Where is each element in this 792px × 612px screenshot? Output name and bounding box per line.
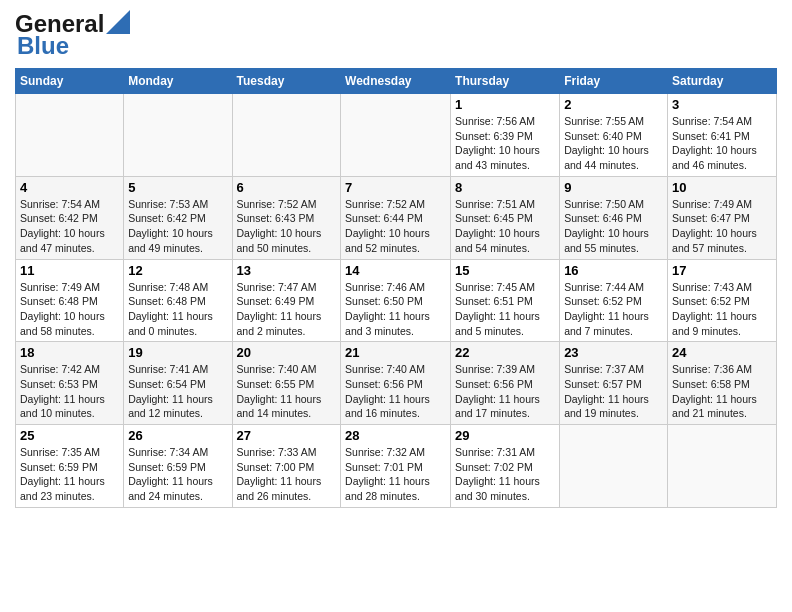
weekday-header-monday: Monday bbox=[124, 69, 232, 94]
day-info: Sunrise: 7:32 AMSunset: 7:01 PMDaylight:… bbox=[345, 445, 446, 504]
day-number: 12 bbox=[128, 263, 227, 278]
day-number: 26 bbox=[128, 428, 227, 443]
weekday-header-saturday: Saturday bbox=[668, 69, 777, 94]
day-info: Sunrise: 7:53 AMSunset: 6:42 PMDaylight:… bbox=[128, 197, 227, 256]
calendar-cell: 28Sunrise: 7:32 AMSunset: 7:01 PMDayligh… bbox=[341, 425, 451, 508]
calendar-cell: 10Sunrise: 7:49 AMSunset: 6:47 PMDayligh… bbox=[668, 176, 777, 259]
day-info: Sunrise: 7:49 AMSunset: 6:47 PMDaylight:… bbox=[672, 197, 772, 256]
day-number: 25 bbox=[20, 428, 119, 443]
calendar-cell: 27Sunrise: 7:33 AMSunset: 7:00 PMDayligh… bbox=[232, 425, 341, 508]
day-info: Sunrise: 7:40 AMSunset: 6:56 PMDaylight:… bbox=[345, 362, 446, 421]
calendar-cell: 18Sunrise: 7:42 AMSunset: 6:53 PMDayligh… bbox=[16, 342, 124, 425]
day-number: 21 bbox=[345, 345, 446, 360]
calendar-cell: 22Sunrise: 7:39 AMSunset: 6:56 PMDayligh… bbox=[451, 342, 560, 425]
calendar-week-5: 25Sunrise: 7:35 AMSunset: 6:59 PMDayligh… bbox=[16, 425, 777, 508]
day-number: 20 bbox=[237, 345, 337, 360]
calendar-cell: 17Sunrise: 7:43 AMSunset: 6:52 PMDayligh… bbox=[668, 259, 777, 342]
weekday-header-sunday: Sunday bbox=[16, 69, 124, 94]
day-number: 23 bbox=[564, 345, 663, 360]
day-number: 19 bbox=[128, 345, 227, 360]
calendar-week-2: 4Sunrise: 7:54 AMSunset: 6:42 PMDaylight… bbox=[16, 176, 777, 259]
calendar-cell bbox=[560, 425, 668, 508]
weekday-header-thursday: Thursday bbox=[451, 69, 560, 94]
calendar-cell: 1Sunrise: 7:56 AMSunset: 6:39 PMDaylight… bbox=[451, 94, 560, 177]
day-number: 14 bbox=[345, 263, 446, 278]
page-container: General Blue SundayMondayTuesdayWednesda… bbox=[0, 0, 792, 518]
calendar-cell: 3Sunrise: 7:54 AMSunset: 6:41 PMDaylight… bbox=[668, 94, 777, 177]
day-info: Sunrise: 7:54 AMSunset: 6:42 PMDaylight:… bbox=[20, 197, 119, 256]
calendar-cell: 25Sunrise: 7:35 AMSunset: 6:59 PMDayligh… bbox=[16, 425, 124, 508]
day-number: 18 bbox=[20, 345, 119, 360]
calendar-cell: 2Sunrise: 7:55 AMSunset: 6:40 PMDaylight… bbox=[560, 94, 668, 177]
calendar-cell: 7Sunrise: 7:52 AMSunset: 6:44 PMDaylight… bbox=[341, 176, 451, 259]
calendar-cell: 29Sunrise: 7:31 AMSunset: 7:02 PMDayligh… bbox=[451, 425, 560, 508]
day-info: Sunrise: 7:51 AMSunset: 6:45 PMDaylight:… bbox=[455, 197, 555, 256]
day-number: 8 bbox=[455, 180, 555, 195]
day-info: Sunrise: 7:49 AMSunset: 6:48 PMDaylight:… bbox=[20, 280, 119, 339]
day-number: 7 bbox=[345, 180, 446, 195]
day-info: Sunrise: 7:52 AMSunset: 6:44 PMDaylight:… bbox=[345, 197, 446, 256]
calendar-cell: 16Sunrise: 7:44 AMSunset: 6:52 PMDayligh… bbox=[560, 259, 668, 342]
calendar-week-1: 1Sunrise: 7:56 AMSunset: 6:39 PMDaylight… bbox=[16, 94, 777, 177]
logo-icon bbox=[106, 10, 130, 34]
weekday-header-friday: Friday bbox=[560, 69, 668, 94]
day-info: Sunrise: 7:31 AMSunset: 7:02 PMDaylight:… bbox=[455, 445, 555, 504]
day-number: 9 bbox=[564, 180, 663, 195]
calendar-cell: 4Sunrise: 7:54 AMSunset: 6:42 PMDaylight… bbox=[16, 176, 124, 259]
day-info: Sunrise: 7:50 AMSunset: 6:46 PMDaylight:… bbox=[564, 197, 663, 256]
calendar-week-3: 11Sunrise: 7:49 AMSunset: 6:48 PMDayligh… bbox=[16, 259, 777, 342]
calendar-cell: 21Sunrise: 7:40 AMSunset: 6:56 PMDayligh… bbox=[341, 342, 451, 425]
day-info: Sunrise: 7:36 AMSunset: 6:58 PMDaylight:… bbox=[672, 362, 772, 421]
day-info: Sunrise: 7:34 AMSunset: 6:59 PMDaylight:… bbox=[128, 445, 227, 504]
calendar-cell bbox=[124, 94, 232, 177]
day-number: 4 bbox=[20, 180, 119, 195]
day-info: Sunrise: 7:56 AMSunset: 6:39 PMDaylight:… bbox=[455, 114, 555, 173]
day-number: 28 bbox=[345, 428, 446, 443]
day-info: Sunrise: 7:44 AMSunset: 6:52 PMDaylight:… bbox=[564, 280, 663, 339]
calendar-cell: 8Sunrise: 7:51 AMSunset: 6:45 PMDaylight… bbox=[451, 176, 560, 259]
calendar-cell: 24Sunrise: 7:36 AMSunset: 6:58 PMDayligh… bbox=[668, 342, 777, 425]
weekday-header-tuesday: Tuesday bbox=[232, 69, 341, 94]
day-info: Sunrise: 7:43 AMSunset: 6:52 PMDaylight:… bbox=[672, 280, 772, 339]
day-info: Sunrise: 7:47 AMSunset: 6:49 PMDaylight:… bbox=[237, 280, 337, 339]
calendar-cell bbox=[668, 425, 777, 508]
calendar-cell: 11Sunrise: 7:49 AMSunset: 6:48 PMDayligh… bbox=[16, 259, 124, 342]
page-header: General Blue bbox=[15, 10, 777, 60]
day-info: Sunrise: 7:48 AMSunset: 6:48 PMDaylight:… bbox=[128, 280, 227, 339]
calendar-cell: 23Sunrise: 7:37 AMSunset: 6:57 PMDayligh… bbox=[560, 342, 668, 425]
calendar-cell: 19Sunrise: 7:41 AMSunset: 6:54 PMDayligh… bbox=[124, 342, 232, 425]
calendar-cell: 20Sunrise: 7:40 AMSunset: 6:55 PMDayligh… bbox=[232, 342, 341, 425]
day-number: 22 bbox=[455, 345, 555, 360]
calendar-cell: 9Sunrise: 7:50 AMSunset: 6:46 PMDaylight… bbox=[560, 176, 668, 259]
calendar-cell: 13Sunrise: 7:47 AMSunset: 6:49 PMDayligh… bbox=[232, 259, 341, 342]
day-number: 11 bbox=[20, 263, 119, 278]
day-info: Sunrise: 7:45 AMSunset: 6:51 PMDaylight:… bbox=[455, 280, 555, 339]
day-number: 17 bbox=[672, 263, 772, 278]
calendar-header-row: SundayMondayTuesdayWednesdayThursdayFrid… bbox=[16, 69, 777, 94]
logo: General Blue bbox=[15, 10, 130, 60]
logo-general: General bbox=[15, 10, 104, 38]
calendar-cell: 15Sunrise: 7:45 AMSunset: 6:51 PMDayligh… bbox=[451, 259, 560, 342]
day-number: 6 bbox=[237, 180, 337, 195]
day-info: Sunrise: 7:35 AMSunset: 6:59 PMDaylight:… bbox=[20, 445, 119, 504]
day-info: Sunrise: 7:54 AMSunset: 6:41 PMDaylight:… bbox=[672, 114, 772, 173]
day-info: Sunrise: 7:41 AMSunset: 6:54 PMDaylight:… bbox=[128, 362, 227, 421]
calendar-cell: 14Sunrise: 7:46 AMSunset: 6:50 PMDayligh… bbox=[341, 259, 451, 342]
day-info: Sunrise: 7:55 AMSunset: 6:40 PMDaylight:… bbox=[564, 114, 663, 173]
calendar-cell bbox=[16, 94, 124, 177]
day-number: 15 bbox=[455, 263, 555, 278]
calendar-cell bbox=[341, 94, 451, 177]
day-number: 3 bbox=[672, 97, 772, 112]
calendar-week-4: 18Sunrise: 7:42 AMSunset: 6:53 PMDayligh… bbox=[16, 342, 777, 425]
day-info: Sunrise: 7:33 AMSunset: 7:00 PMDaylight:… bbox=[237, 445, 337, 504]
calendar-cell: 26Sunrise: 7:34 AMSunset: 6:59 PMDayligh… bbox=[124, 425, 232, 508]
day-info: Sunrise: 7:40 AMSunset: 6:55 PMDaylight:… bbox=[237, 362, 337, 421]
day-info: Sunrise: 7:52 AMSunset: 6:43 PMDaylight:… bbox=[237, 197, 337, 256]
day-number: 16 bbox=[564, 263, 663, 278]
day-number: 2 bbox=[564, 97, 663, 112]
day-number: 10 bbox=[672, 180, 772, 195]
day-info: Sunrise: 7:46 AMSunset: 6:50 PMDaylight:… bbox=[345, 280, 446, 339]
calendar-cell: 12Sunrise: 7:48 AMSunset: 6:48 PMDayligh… bbox=[124, 259, 232, 342]
day-number: 1 bbox=[455, 97, 555, 112]
day-number: 5 bbox=[128, 180, 227, 195]
